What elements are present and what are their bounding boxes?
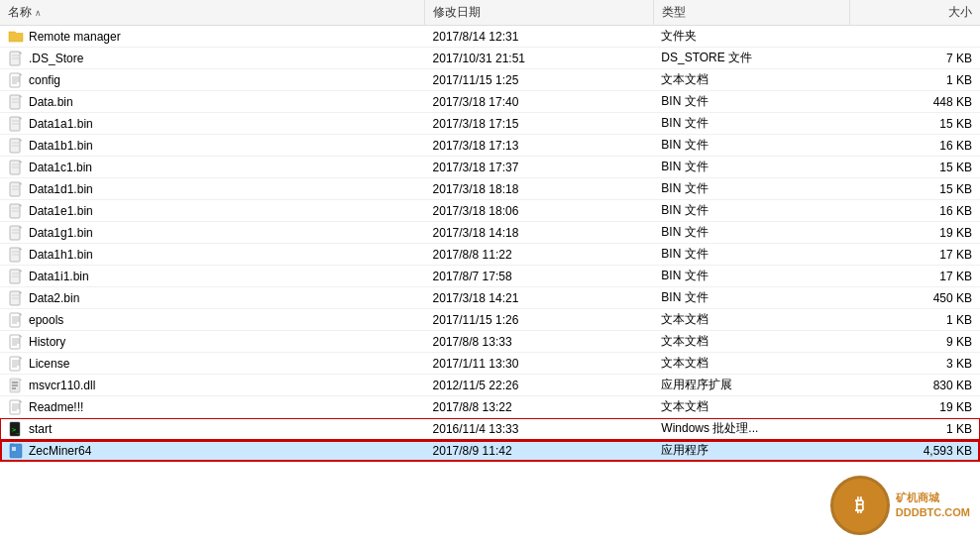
file-date-cell: 2017/3/18 17:13: [425, 135, 654, 157]
icon-doc: [8, 356, 24, 372]
table-row[interactable]: epools2017/11/15 1:26文本文档1 KB: [0, 309, 980, 331]
table-row[interactable]: Data1c1.bin2017/3/18 17:37BIN 文件15 KB: [0, 157, 980, 178]
file-name-label: epools: [29, 313, 63, 327]
table-row[interactable]: >_start2016/11/4 13:33Windows 批处理...1 KB: [0, 418, 980, 440]
watermark: ₿ 矿机商城 DDDBTC.COM: [830, 476, 970, 535]
file-name-cell: Data1b1.bin: [0, 135, 425, 157]
file-size-cell: 15 KB: [849, 157, 980, 178]
table-row[interactable]: Data1e1.bin2017/3/18 18:06BIN 文件16 KB: [0, 200, 980, 222]
column-header-name[interactable]: 名称 ∧: [0, 0, 425, 26]
icon-bin: [8, 203, 24, 219]
file-date-cell: 2017/3/18 17:40: [425, 91, 654, 113]
file-name-cell: ZecMiner64: [0, 440, 425, 462]
file-size-cell: 1 KB: [849, 418, 980, 440]
table-row[interactable]: Data.bin2017/3/18 17:40BIN 文件448 KB: [0, 91, 980, 113]
file-name-cell: epools: [0, 309, 425, 331]
column-header-type[interactable]: 类型: [653, 0, 849, 26]
file-size-cell: 830 KB: [849, 375, 980, 396]
file-date-cell: 2016/11/4 13:33: [425, 418, 654, 440]
file-name-label: .DS_Store: [29, 52, 83, 65]
svg-rect-48: [10, 357, 20, 371]
file-name-label: Readme!!!: [29, 400, 83, 414]
table-row[interactable]: Data2.bin2017/3/18 14:21BIN 文件450 KB: [0, 287, 980, 309]
file-size-cell: 16 KB: [849, 200, 980, 222]
file-size-cell: 17 KB: [849, 266, 980, 287]
file-date-cell: 2017/3/18 17:15: [425, 113, 654, 135]
file-date-cell: 2017/11/15 1:26: [425, 309, 654, 331]
icon-bin: [8, 116, 24, 132]
icon-folder: [8, 29, 24, 45]
file-name-label: Data.bin: [29, 95, 73, 109]
table-row[interactable]: Data1g1.bin2017/3/18 14:18BIN 文件19 KB: [0, 222, 980, 244]
file-name-cell: License: [0, 353, 425, 375]
icon-bin: [8, 269, 24, 284]
file-type-cell: Windows 批处理...: [653, 418, 849, 440]
table-row[interactable]: config2017/11/15 1:25文本文档1 KB: [0, 69, 980, 91]
icon-bin: [8, 247, 24, 263]
file-type-cell: 文本文档: [653, 396, 849, 418]
table-row[interactable]: msvcr110.dll2012/11/5 22:26应用程序扩展830 KB: [0, 375, 980, 396]
file-type-cell: BIN 文件: [653, 113, 849, 135]
table-row[interactable]: ZecMiner642017/8/9 11:42应用程序4,593 KB: [0, 440, 980, 462]
file-name-cell: .DS_Store: [0, 48, 425, 69]
file-date-cell: 2017/1/11 13:30: [425, 353, 654, 375]
file-name-cell: Data.bin: [0, 91, 425, 113]
file-name-label: History: [29, 335, 65, 349]
icon-bin: [8, 290, 24, 306]
file-type-cell: 应用程序: [653, 440, 849, 462]
table-row[interactable]: Remote manager2017/8/14 12:31文件夹: [0, 26, 980, 48]
file-date-cell: 2012/11/5 22:26: [425, 375, 654, 396]
file-name-label: Data1c1.bin: [29, 161, 92, 174]
file-explorer: 名称 ∧ 修改日期 类型 大小 Remote manager2017/8/14 …: [0, 0, 980, 545]
file-name-cell: History: [0, 331, 425, 353]
file-name-label: Data1b1.bin: [29, 139, 93, 153]
file-size-cell: 17 KB: [849, 244, 980, 266]
table-row[interactable]: Data1d1.bin2017/3/18 18:18BIN 文件15 KB: [0, 178, 980, 200]
file-name-cell: Remote manager: [0, 26, 425, 48]
file-name-label: ZecMiner64: [29, 444, 91, 458]
file-name-label: Data1d1.bin: [29, 182, 93, 196]
table-row[interactable]: Readme!!!2017/8/8 13:22文本文档19 KB: [0, 396, 980, 418]
file-type-cell: 应用程序扩展: [653, 375, 849, 396]
sort-arrow-name: ∧: [35, 8, 42, 18]
file-type-cell: BIN 文件: [653, 178, 849, 200]
watermark-symbol: ₿: [855, 495, 864, 516]
table-row[interactable]: History2017/8/8 13:33文本文档9 KB: [0, 331, 980, 353]
file-name-label: Data1i1.bin: [29, 270, 89, 283]
file-size-cell: 15 KB: [849, 178, 980, 200]
file-type-cell: DS_STORE 文件: [653, 48, 849, 69]
table-row[interactable]: Data1b1.bin2017/3/18 17:13BIN 文件16 KB: [0, 135, 980, 157]
file-name-label: config: [29, 73, 60, 87]
file-size-cell: 4,593 KB: [849, 440, 980, 462]
file-size-cell: 450 KB: [849, 287, 980, 309]
file-name-cell: >_start: [0, 418, 425, 440]
svg-rect-43: [10, 335, 20, 349]
icon-exe: [8, 443, 24, 459]
table-row[interactable]: Data1i1.bin2017/8/7 17:58BIN 文件17 KB: [0, 266, 980, 287]
icon-dll: [8, 378, 24, 393]
file-name-label: Data1a1.bin: [29, 117, 93, 131]
column-header-size[interactable]: 大小: [849, 0, 980, 26]
file-name-label: Data1g1.bin: [29, 226, 93, 240]
table-row[interactable]: License2017/1/11 13:30文本文档3 KB: [0, 353, 980, 375]
file-size-cell: [849, 26, 980, 48]
file-type-cell: BIN 文件: [653, 200, 849, 222]
file-date-cell: 2017/3/18 14:21: [425, 287, 654, 309]
file-name-label: Data2.bin: [29, 291, 79, 305]
svg-rect-3: [10, 73, 20, 87]
file-type-cell: BIN 文件: [653, 91, 849, 113]
file-name-cell: Data1d1.bin: [0, 178, 425, 200]
column-header-date[interactable]: 修改日期: [425, 0, 654, 26]
file-date-cell: 2017/3/18 18:06: [425, 200, 654, 222]
icon-bin: [8, 94, 24, 110]
table-row[interactable]: Data1h1.bin2017/8/8 11:22BIN 文件17 KB: [0, 244, 980, 266]
table-row[interactable]: Data1a1.bin2017/3/18 17:15BIN 文件15 KB: [0, 113, 980, 135]
svg-rect-57: [10, 400, 20, 414]
icon-bin: [8, 138, 24, 154]
file-type-cell: BIN 文件: [653, 222, 849, 244]
file-name-cell: msvcr110.dll: [0, 375, 425, 396]
svg-text:>_: >_: [12, 426, 21, 434]
icon-bin: [8, 160, 24, 175]
file-type-cell: 文本文档: [653, 331, 849, 353]
table-row[interactable]: .DS_Store2017/10/31 21:51DS_STORE 文件7 KB: [0, 48, 980, 69]
